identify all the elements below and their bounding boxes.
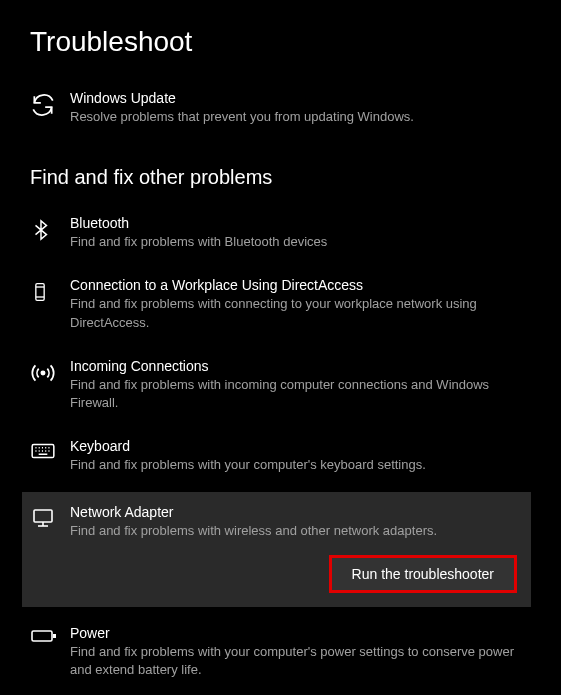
item-title: Incoming Connections	[70, 358, 523, 374]
item-desc: Find and fix problems with your computer…	[70, 456, 523, 474]
item-desc: Find and fix problems with connecting to…	[70, 295, 523, 331]
page-title: Troubleshoot	[30, 26, 531, 58]
item-desc: Find and fix problems with Bluetooth dev…	[70, 233, 523, 251]
svg-rect-20	[53, 634, 56, 638]
troubleshoot-item-network-adapter[interactable]: Network Adapter Find and fix problems wi…	[22, 492, 531, 606]
troubleshoot-item-windows-update[interactable]: Windows Update Resolve problems that pre…	[22, 82, 531, 134]
troubleshoot-item-keyboard[interactable]: Keyboard Find and fix problems with your…	[22, 430, 531, 482]
item-desc: Find and fix problems with incoming comp…	[70, 376, 523, 412]
svg-point-3	[41, 371, 44, 374]
troubleshoot-item-bluetooth[interactable]: Bluetooth Find and fix problems with Blu…	[22, 207, 531, 259]
section-title-other: Find and fix other problems	[30, 166, 531, 189]
run-troubleshooter-button[interactable]: Run the troubleshooter	[329, 555, 517, 593]
item-title: Bluetooth	[70, 215, 523, 231]
item-title: Keyboard	[70, 438, 523, 454]
item-desc: Find and fix problems with wireless and …	[70, 522, 523, 540]
svg-rect-19	[32, 631, 52, 641]
item-title: Connection to a Workplace Using DirectAc…	[70, 277, 523, 293]
svg-rect-16	[34, 510, 52, 522]
battery-icon	[30, 625, 70, 645]
troubleshoot-item-incoming[interactable]: Incoming Connections Find and fix proble…	[22, 350, 531, 420]
signal-icon	[30, 358, 70, 386]
phone-icon	[30, 277, 70, 305]
item-title: Windows Update	[70, 90, 523, 106]
sync-icon	[30, 90, 70, 118]
item-desc: Resolve problems that prevent you from u…	[70, 108, 523, 126]
troubleshoot-item-directaccess[interactable]: Connection to a Workplace Using DirectAc…	[22, 269, 531, 339]
svg-rect-0	[36, 284, 44, 301]
item-title: Network Adapter	[70, 504, 523, 520]
item-desc: Find and fix problems with your computer…	[70, 643, 523, 679]
bluetooth-icon	[30, 215, 70, 243]
troubleshoot-item-power[interactable]: Power Find and fix problems with your co…	[22, 617, 531, 687]
monitor-icon	[30, 504, 70, 530]
item-title: Power	[70, 625, 523, 641]
keyboard-icon	[30, 438, 70, 462]
